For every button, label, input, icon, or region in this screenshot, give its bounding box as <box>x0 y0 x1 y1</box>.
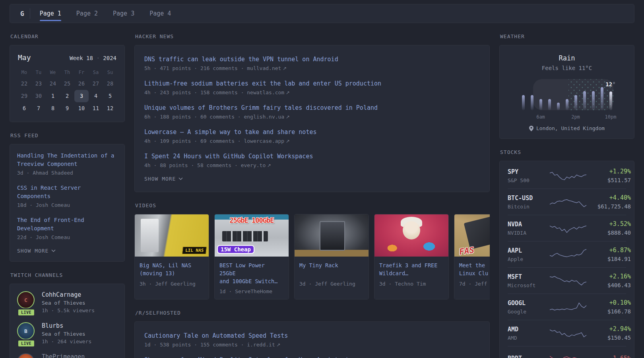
calendar-widget-title: CALENDAR <box>10 33 125 39</box>
video-meta: 7d · Jeff <box>459 281 490 287</box>
video-thumbnail[interactable] <box>295 214 369 257</box>
tab-page-1[interactable]: Page 1 <box>40 4 61 23</box>
stock-numbers: +0.10%$166.78 <box>587 299 631 315</box>
twitch-channel-row[interactable]: BLIVEBlurbsSea of Thieves1h · 264 viewer… <box>17 322 117 344</box>
stock-numbers: +1.29%$511.57 <box>587 168 631 183</box>
show-more-label: SHOW MORE <box>144 176 176 182</box>
feed-item-meta: 4h · 109 points · 69 comments · lowercas… <box>144 138 480 144</box>
feed-item: CSS in React Server Components18d · Josh… <box>17 184 117 208</box>
video-card-body: My Tiny Rack3d · Jeff Geerling <box>295 257 369 292</box>
twitch-channel-name[interactable]: CohhCarnage <box>42 291 95 298</box>
app-logo[interactable]: G <box>18 10 30 18</box>
feed-item: I Spent 24 Hours with GitHub Copilot Wor… <box>144 152 480 168</box>
video-card: My Tiny Rack3d · Jeff Geerling <box>294 214 369 300</box>
video-thumbnail[interactable]: FAS <box>454 214 490 257</box>
feed-item-title-link[interactable]: CSS in React Server Components <box>17 184 117 200</box>
stock-company-name: Apple <box>508 256 549 262</box>
stock-identity: RDDT <box>508 355 549 358</box>
weather-bar <box>566 99 568 110</box>
stock-sparkline-wrap <box>549 169 587 183</box>
stock-sparkline-wrap <box>549 327 587 340</box>
calendar-header: May Week 18 · 2024 <box>17 53 117 62</box>
twitch-channel-list: CLIVECohhCarnageSea of Thieves1h · 5.5k … <box>17 291 117 358</box>
calendar-day: 6 <box>17 102 31 115</box>
weather-hourly-chart: 6am2pm10pm12° <box>508 85 626 110</box>
feed-item-title-link[interactable]: The End of Front-End Development <box>17 216 117 233</box>
twitch-channel-row[interactable]: ThePrimeagen <box>17 353 117 358</box>
video-card: LIL NASBig NAS, Lil NAS (moving 13)3h · … <box>134 214 209 300</box>
video-thumbnail[interactable] <box>374 214 448 257</box>
feed-item-title-link[interactable]: I Spent 24 Hours with GitHub Copilot Wor… <box>144 152 480 161</box>
calendar-day: 25 <box>60 78 74 90</box>
stock-numbers: +3.52%$888.40 <box>587 220 631 236</box>
stock-sparkline <box>549 274 587 288</box>
stock-row-nvda[interactable]: NVDANVIDIA+3.52%$888.40 <box>500 215 634 241</box>
feed-item-meta: 3d · Ahmad Shadeed <box>17 170 117 176</box>
video-card-body: Big NAS, Lil NAS (moving 13)3h · Jeff Ge… <box>135 257 209 292</box>
stocks-widget-title: STOCKS <box>500 149 634 155</box>
feed-item-source-link[interactable]: english.nv.ua <box>244 114 284 120</box>
video-thumbnail[interactable]: 25GbE 100GbE15W Cheap <box>215 214 289 257</box>
stock-row-rddt[interactable]: RDDT-1.65% <box>500 346 634 358</box>
video-title-link[interactable]: My Tiny Rack <box>299 261 364 278</box>
external-link-icon: ↗ <box>284 114 290 120</box>
hackernews-widget-title: HACKER NEWS <box>135 33 490 39</box>
stock-row-amd[interactable]: AMDAMD+2.94%$150.45 <box>500 320 634 346</box>
calendar-day-grid: 222324252627282930123456789101112 <box>17 78 117 115</box>
video-title-link[interactable]: Traefik 3 and FREE Wildcard… <box>379 261 444 278</box>
video-title-link[interactable]: Meet the Linux Clu <box>459 261 490 278</box>
stock-row-googl[interactable]: GOOGLGoogle+0.10%$166.78 <box>500 294 634 320</box>
video-title-link[interactable]: BEST Low Power 25GbE and 100GbE Switch… <box>219 261 284 285</box>
feed-item-stats: 3d · Ahmad Shadeed <box>17 170 73 176</box>
twitch-channel-name[interactable]: ThePrimeagen <box>42 353 85 358</box>
stock-row-btc-usd[interactable]: BTC-USDBitcoin+4.40%$61,725.48 <box>500 189 634 215</box>
tab-page-4[interactable]: Page 4 <box>149 4 171 23</box>
video-card-body: Traefik 3 and FREE Wildcard…3d · Techno … <box>374 257 448 292</box>
feed-item-source-link[interactable]: mullvad.net <box>247 65 281 71</box>
videos-widget-title: VIDEOS <box>135 202 490 208</box>
hackernews-show-more-button[interactable]: SHOW MORE <box>144 176 183 182</box>
feed-item-title-link[interactable]: Handling The Indentation of a Treeview C… <box>17 152 117 168</box>
weather-bar <box>592 91 595 110</box>
twitch-channel-info: BlurbsSea of Thieves1h · 264 viewers <box>42 322 91 344</box>
chevron-down-icon <box>51 249 56 252</box>
twitch-channel-name[interactable]: Blurbs <box>42 322 91 329</box>
stock-numbers: +4.40%$61,725.48 <box>587 194 631 210</box>
feed-item-stats: 4h · 243 points · 158 comments · <box>144 90 247 95</box>
feed-item-source-link[interactable]: lowercase.app <box>244 138 284 144</box>
feed-item-title-link[interactable]: DNS traffic can leak outside the VPN tun… <box>144 55 480 64</box>
feed-item-title-link[interactable]: Cautionary Tale on Automated Speed Tests <box>144 331 480 340</box>
feed-item-title-link[interactable]: Showcase of my Mixed Reality Interface f… <box>144 356 480 358</box>
weather-hour-label: 2pm <box>571 114 580 120</box>
feed-item-source-link[interactable]: every.to <box>241 162 266 168</box>
weather-bar-slot <box>601 85 603 110</box>
feed-item-source-link[interactable]: i.redd.it <box>247 342 275 348</box>
feed-item: Lithium-free sodium batteries exit the l… <box>144 79 480 95</box>
video-thumbnail[interactable]: LIL NAS <box>135 214 209 257</box>
stock-company-name: S&P 500 <box>508 177 549 183</box>
weather-bar-slot <box>557 85 560 110</box>
tab-page-2[interactable]: Page 2 <box>76 4 98 23</box>
feed-item-title-link[interactable]: Unique volumes of Brothers Grimm fairy t… <box>144 103 480 112</box>
calendar-week-year: Week 18 · 2024 <box>70 55 116 61</box>
stock-row-msft[interactable]: MSFTMicrosoft+2.16%$406.43 <box>500 268 634 294</box>
thumbnail-text-lilnas: LIL NAS <box>182 247 207 254</box>
external-link-icon: ↗ <box>284 138 290 144</box>
feed-item-title-link[interactable]: Lowercase – A simple way to take and sha… <box>144 128 480 136</box>
stock-row-spy[interactable]: SPYS&P 500+1.29%$511.57 <box>500 163 634 189</box>
calendar-day: 27 <box>89 78 103 90</box>
feed-item-title-link[interactable]: Lithium-free sodium batteries exit the l… <box>144 79 480 88</box>
external-link-icon: ↗ <box>281 66 287 71</box>
stock-row-aapl[interactable]: AAPLApple+6.87%$184.91 <box>500 241 634 267</box>
tab-page-3[interactable]: Page 3 <box>113 4 134 23</box>
weather-bar <box>601 87 603 110</box>
weekday-label: Th <box>60 70 74 75</box>
calendar-widget: CALENDAR May Week 18 · 2024 MoTuWeThFrSa… <box>10 33 125 122</box>
twitch-widget-title: TWITCH CHANNELS <box>10 272 125 278</box>
feed-item-source-link[interactable]: newatlas.com <box>247 90 284 95</box>
rss-show-more-button[interactable]: SHOW MORE <box>17 248 56 254</box>
twitch-channel-row[interactable]: CLIVECohhCarnageSea of Thieves1h · 5.5k … <box>17 291 117 313</box>
video-title-link[interactable]: Big NAS, Lil NAS (moving 13) <box>140 261 204 278</box>
rss-widget-title: RSS FEED <box>10 132 125 138</box>
calendar-day: 29 <box>17 90 31 102</box>
